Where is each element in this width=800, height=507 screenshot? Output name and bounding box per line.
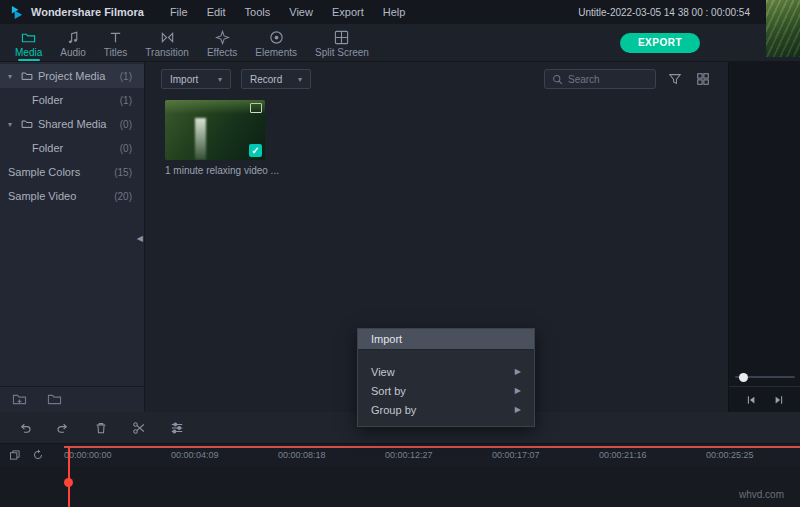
context-menu-item-group-by[interactable]: Group by ▶ bbox=[358, 400, 534, 419]
redo-icon[interactable] bbox=[56, 421, 70, 435]
filmora-app: Wondershare Filmora File Edit Tools View… bbox=[0, 0, 800, 507]
tab-media[interactable]: Media bbox=[6, 24, 51, 62]
selected-check-icon[interactable]: ✓ bbox=[249, 144, 262, 157]
playhead[interactable] bbox=[68, 446, 70, 507]
item-count: (1) bbox=[120, 95, 132, 106]
sidebar-item-project-media[interactable]: ▾ Project Media (1) bbox=[0, 64, 144, 88]
sidebar-footer bbox=[0, 386, 144, 412]
split-scissors-icon[interactable] bbox=[132, 421, 146, 435]
item-count: (1) bbox=[120, 71, 132, 82]
ruler-timestamp: 00:00:25:25 bbox=[706, 450, 754, 460]
delete-icon[interactable] bbox=[94, 421, 108, 435]
submenu-arrow-icon: ▶ bbox=[515, 405, 521, 414]
import-dropdown[interactable]: Import ▾ bbox=[161, 69, 231, 89]
new-folder-icon[interactable] bbox=[12, 393, 27, 406]
tab-effects[interactable]: Effects bbox=[198, 24, 246, 62]
menu-item-label: Group by bbox=[371, 404, 416, 416]
tab-label: Titles bbox=[104, 47, 128, 58]
import-dropdown-label: Import bbox=[170, 74, 198, 85]
menu-help[interactable]: Help bbox=[383, 6, 406, 18]
chevron-down-icon: ▾ bbox=[218, 75, 222, 84]
filter-icon[interactable] bbox=[666, 70, 684, 88]
folder-icon bbox=[21, 70, 33, 82]
tab-elements[interactable]: Elements bbox=[246, 24, 306, 62]
sidebar-item-label: Project Media bbox=[38, 70, 105, 82]
collapse-sidebar-icon[interactable]: ◀ bbox=[137, 234, 143, 243]
tab-label: Media bbox=[15, 47, 42, 58]
copy-icon[interactable] bbox=[9, 449, 21, 461]
sidebar-item-label: Sample Colors bbox=[8, 166, 80, 178]
menu-tools[interactable]: Tools bbox=[245, 6, 271, 18]
adjust-sliders-icon[interactable] bbox=[170, 421, 184, 435]
export-button[interactable]: EXPORT bbox=[620, 33, 700, 53]
elements-icon bbox=[269, 30, 284, 45]
seek-slider-knob[interactable] bbox=[739, 373, 748, 382]
chevron-down-icon[interactable]: ▾ bbox=[8, 120, 16, 129]
project-title: Untitle-2022-03-05 14 38 00 : 00:00:54 bbox=[578, 7, 750, 18]
media-sidebar: ▾ Project Media (1) Folder (1) ▾ S bbox=[0, 62, 145, 412]
previous-frame-icon[interactable] bbox=[745, 394, 757, 406]
timeline: 00:00:00:00 00:00:04:09 00:00:08:18 00:0… bbox=[0, 444, 800, 507]
record-dropdown[interactable]: Record ▾ bbox=[241, 69, 311, 89]
record-dropdown-label: Record bbox=[250, 74, 282, 85]
sidebar-item-folder-1[interactable]: Folder (1) bbox=[0, 88, 144, 112]
media-thumbnail[interactable]: ✓ bbox=[165, 100, 265, 160]
tab-transition[interactable]: Transition bbox=[136, 24, 198, 62]
chevron-down-icon[interactable]: ▾ bbox=[8, 72, 16, 81]
media-item-card[interactable]: ✓ 1 minute relaxing video ... bbox=[165, 100, 269, 176]
undo-icon[interactable] bbox=[18, 421, 32, 435]
preview-panel bbox=[728, 62, 800, 412]
preview-seek-slider[interactable] bbox=[735, 376, 795, 378]
context-menu-item-sort-by[interactable]: Sort by ▶ bbox=[358, 381, 534, 400]
audio-icon bbox=[66, 30, 81, 45]
next-frame-icon[interactable] bbox=[773, 394, 785, 406]
ruler-timestamp: 00:00:04:09 bbox=[171, 450, 219, 460]
sidebar-item-sample-video[interactable]: Sample Video (20) bbox=[0, 184, 144, 208]
tab-audio[interactable]: Audio bbox=[51, 24, 95, 62]
titlebar: Wondershare Filmora File Edit Tools View… bbox=[0, 0, 800, 24]
playback-controls bbox=[729, 386, 800, 412]
search-input[interactable] bbox=[568, 74, 648, 85]
main-area: ▾ Project Media (1) Folder (1) ▾ S bbox=[0, 62, 800, 412]
tab-titles[interactable]: Titles bbox=[95, 24, 137, 62]
sidebar-item-label: Folder bbox=[32, 142, 63, 154]
context-menu-item-view[interactable]: View ▶ bbox=[358, 362, 534, 381]
preview-video-fragment bbox=[766, 0, 800, 57]
menu-export[interactable]: Export bbox=[332, 6, 364, 18]
media-item-title: 1 minute relaxing video ... bbox=[165, 165, 269, 176]
sidebar-item-folder-2[interactable]: Folder (0) bbox=[0, 136, 144, 160]
menu-item-label: View bbox=[371, 366, 395, 378]
delete-folder-icon[interactable] bbox=[47, 393, 62, 406]
timeline-tracks[interactable] bbox=[0, 466, 800, 507]
sync-icon[interactable] bbox=[32, 449, 44, 461]
playhead-handle[interactable] bbox=[64, 478, 73, 487]
tab-label: Transition bbox=[145, 47, 189, 58]
search-icon bbox=[552, 74, 563, 85]
menu-edit[interactable]: Edit bbox=[207, 6, 226, 18]
media-type-badge-icon bbox=[250, 103, 262, 113]
app-name: Wondershare Filmora bbox=[31, 6, 144, 18]
sidebar-item-shared-media[interactable]: ▾ Shared Media (0) bbox=[0, 112, 144, 136]
sidebar-item-label: Shared Media bbox=[38, 118, 107, 130]
titles-icon bbox=[108, 30, 123, 45]
ruler-timestamp: 00:00:12:27 bbox=[385, 450, 433, 460]
tab-label: Effects bbox=[207, 47, 237, 58]
sidebar-item-sample-colors[interactable]: Sample Colors (15) bbox=[0, 160, 144, 184]
context-menu-item-import[interactable]: Import bbox=[358, 329, 534, 350]
folder-icon bbox=[21, 118, 33, 130]
menu-file[interactable]: File bbox=[170, 6, 188, 18]
ruler-timestamp: 00:00:21:16 bbox=[599, 450, 647, 460]
transition-icon bbox=[160, 30, 175, 45]
grid-view-icon[interactable] bbox=[694, 70, 712, 88]
search-box[interactable] bbox=[544, 69, 656, 89]
media-icon bbox=[21, 30, 36, 45]
tab-label: Split Screen bbox=[315, 47, 369, 58]
filmora-logo-icon bbox=[10, 5, 25, 20]
ruler-timestamp: 00:00:08:18 bbox=[278, 450, 326, 460]
tab-split-screen[interactable]: Split Screen bbox=[306, 24, 378, 62]
ruler-timestamp: 00:00:00:00 bbox=[64, 450, 112, 460]
tab-label: Elements bbox=[255, 47, 297, 58]
item-count: (0) bbox=[120, 119, 132, 130]
library-controls: Import ▾ Record ▾ bbox=[145, 62, 728, 96]
menu-view[interactable]: View bbox=[289, 6, 313, 18]
